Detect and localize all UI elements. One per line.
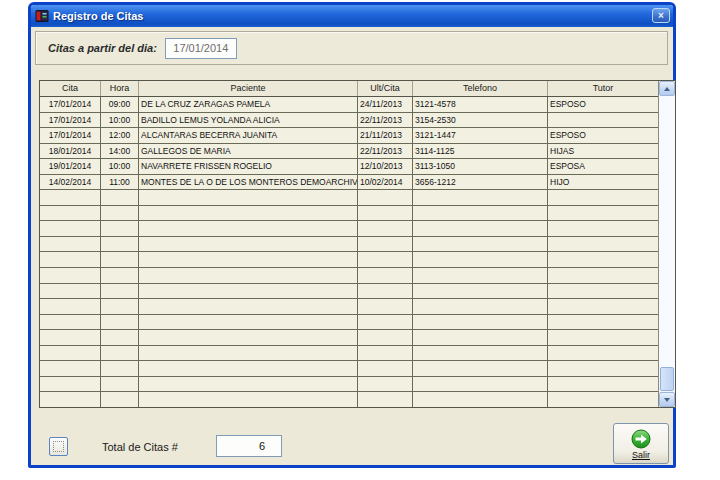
cell[interactable]: 17/01/2014 xyxy=(40,128,101,143)
cell[interactable] xyxy=(413,268,548,283)
cell[interactable] xyxy=(548,330,658,345)
cell[interactable] xyxy=(548,221,658,236)
cell[interactable]: ESPOSO xyxy=(548,128,658,143)
cell[interactable] xyxy=(139,361,358,376)
cell[interactable] xyxy=(40,268,101,283)
cell[interactable] xyxy=(413,284,548,299)
cell[interactable] xyxy=(358,361,413,376)
date-input[interactable] xyxy=(165,38,237,59)
table-row[interactable]: 17/01/201410:00BADILLO LEMUS YOLANDA ALI… xyxy=(40,113,658,129)
cell[interactable] xyxy=(40,299,101,314)
cell[interactable]: 12:00 xyxy=(101,128,139,143)
cell[interactable]: 22/11/2013 xyxy=(358,113,413,128)
cell[interactable]: 3121-4578 xyxy=(413,97,548,112)
cell[interactable] xyxy=(548,315,658,330)
table-row[interactable] xyxy=(40,190,658,206)
cell[interactable] xyxy=(101,206,139,221)
cell[interactable] xyxy=(358,299,413,314)
cell[interactable] xyxy=(40,361,101,376)
cell[interactable] xyxy=(101,330,139,345)
cell[interactable] xyxy=(101,190,139,205)
cell[interactable] xyxy=(139,315,358,330)
cell[interactable] xyxy=(40,237,101,252)
table-row[interactable] xyxy=(40,237,658,253)
cell[interactable] xyxy=(40,206,101,221)
cell[interactable]: 3656-1212 xyxy=(413,175,548,190)
cell[interactable] xyxy=(139,346,358,361)
table-row[interactable] xyxy=(40,252,658,268)
cell[interactable] xyxy=(413,392,548,407)
cell[interactable]: 14/02/2014 xyxy=(40,175,101,190)
cell[interactable]: DE LA CRUZ ZARAGAS PAMELA xyxy=(139,97,358,112)
cell[interactable] xyxy=(101,284,139,299)
cell[interactable]: 3113-1050 xyxy=(413,159,548,174)
cell[interactable] xyxy=(101,221,139,236)
cell[interactable] xyxy=(139,268,358,283)
cell[interactable] xyxy=(101,268,139,283)
cell[interactable]: MONTES DE LA O DE LOS MONTEROS DEMOARCHI… xyxy=(139,175,358,190)
cell[interactable]: GALLEGOS DE MARIA xyxy=(139,144,358,159)
close-icon[interactable]: × xyxy=(652,8,670,23)
cell[interactable] xyxy=(358,346,413,361)
table-row[interactable] xyxy=(40,377,658,393)
cell[interactable] xyxy=(358,377,413,392)
cell[interactable] xyxy=(40,284,101,299)
cell[interactable] xyxy=(40,330,101,345)
cell[interactable] xyxy=(101,252,139,267)
cell[interactable] xyxy=(413,361,548,376)
table-row[interactable] xyxy=(40,392,658,407)
scroll-up-button[interactable] xyxy=(659,81,675,96)
cell[interactable]: 3154-2530 xyxy=(413,113,548,128)
cell[interactable]: 11:00 xyxy=(101,175,139,190)
salir-button[interactable]: Salir xyxy=(613,423,669,464)
cell[interactable] xyxy=(358,330,413,345)
cell[interactable] xyxy=(139,206,358,221)
cell[interactable] xyxy=(139,377,358,392)
cell[interactable]: 12/10/2013 xyxy=(358,159,413,174)
cell[interactable] xyxy=(358,206,413,221)
cell[interactable] xyxy=(548,377,658,392)
cell[interactable] xyxy=(548,190,658,205)
cell[interactable] xyxy=(548,268,658,283)
cell[interactable] xyxy=(358,190,413,205)
scrollbar-thumb[interactable] xyxy=(660,367,674,391)
table-row[interactable]: 14/02/201411:00MONTES DE LA O DE LOS MON… xyxy=(40,175,658,191)
cell[interactable] xyxy=(413,377,548,392)
cell[interactable] xyxy=(413,237,548,252)
table-row[interactable] xyxy=(40,346,658,362)
cell[interactable]: 09:00 xyxy=(101,97,139,112)
cell[interactable]: 10/02/2014 xyxy=(358,175,413,190)
table-row[interactable] xyxy=(40,206,658,222)
cell[interactable] xyxy=(40,392,101,407)
total-citas-field[interactable] xyxy=(216,435,282,457)
cell[interactable] xyxy=(413,346,548,361)
cell[interactable] xyxy=(413,206,548,221)
cell[interactable] xyxy=(101,392,139,407)
cell[interactable] xyxy=(548,113,658,128)
cell[interactable] xyxy=(101,237,139,252)
cell[interactable] xyxy=(358,252,413,267)
table-row[interactable]: 17/01/201412:00ALCANTARAS BECERRA JUANIT… xyxy=(40,128,658,144)
table-row[interactable]: 19/01/201410:00NAVARRETE FRISSEN ROGELIO… xyxy=(40,159,658,175)
cell[interactable] xyxy=(101,361,139,376)
cell[interactable] xyxy=(548,346,658,361)
cell[interactable] xyxy=(358,315,413,330)
cell[interactable] xyxy=(413,299,548,314)
cell[interactable]: ESPOSO xyxy=(548,97,658,112)
cell[interactable] xyxy=(548,392,658,407)
cell[interactable]: 22/11/2013 xyxy=(358,144,413,159)
cell[interactable] xyxy=(101,377,139,392)
table-row[interactable] xyxy=(40,299,658,315)
cell[interactable]: 10:00 xyxy=(101,159,139,174)
cell[interactable]: 10:00 xyxy=(101,113,139,128)
cell[interactable]: 18/01/2014 xyxy=(40,144,101,159)
cell[interactable] xyxy=(548,252,658,267)
cell[interactable] xyxy=(548,361,658,376)
vertical-scrollbar[interactable] xyxy=(658,81,675,407)
cell[interactable] xyxy=(548,284,658,299)
scrollbar-track[interactable] xyxy=(659,96,675,367)
cell[interactable]: 17/01/2014 xyxy=(40,113,101,128)
cell[interactable]: BADILLO LEMUS YOLANDA ALICIA xyxy=(139,113,358,128)
scroll-down-button[interactable] xyxy=(659,392,675,407)
cell[interactable] xyxy=(139,284,358,299)
